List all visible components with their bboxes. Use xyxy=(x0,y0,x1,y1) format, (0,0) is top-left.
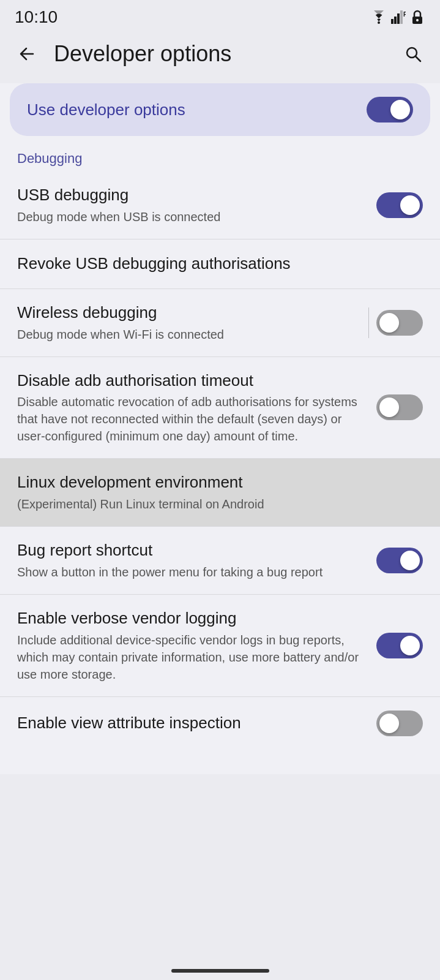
disable-adb-timeout-item[interactable]: Disable adb authorisation timeout Disabl… xyxy=(0,357,440,459)
security-icon xyxy=(409,9,425,25)
status-icons: R xyxy=(370,9,425,25)
view-attribute-inspection-title: Enable view attribute inspection xyxy=(17,713,364,734)
verbose-vendor-toggle-knob xyxy=(400,636,420,655)
page-title: Developer options xyxy=(54,41,398,67)
back-button[interactable] xyxy=(12,39,42,69)
wireless-debug-toggle-area xyxy=(368,307,423,338)
dev-options-label: Use developer options xyxy=(27,100,185,119)
usb-debugging-subtitle: Debug mode when USB is connected xyxy=(17,208,364,225)
revoke-usb-title: Revoke USB debugging authorisations xyxy=(17,254,411,274)
revoke-usb-item[interactable]: Revoke USB debugging authorisations xyxy=(0,239,440,288)
bug-report-shortcut-text: Bug report shortcut Show a button in the… xyxy=(17,540,364,581)
linux-dev-env-item[interactable]: Linux development environment (Experimen… xyxy=(0,459,440,526)
usb-debugging-title: USB debugging xyxy=(17,185,364,206)
svg-rect-2 xyxy=(394,17,397,24)
search-icon xyxy=(403,44,423,64)
wireless-vertical-divider xyxy=(368,307,369,338)
verbose-vendor-logging-item[interactable]: Enable verbose vendor logging Include ad… xyxy=(0,595,440,696)
verbose-vendor-toggle[interactable] xyxy=(376,633,423,658)
wireless-debugging-text: Wireless debugging Debug mode when Wi-Fi… xyxy=(17,303,356,343)
disable-adb-timeout-text: Disable adb authorisation timeout Disabl… xyxy=(17,371,364,445)
status-bar: 10:10 R xyxy=(0,0,440,32)
view-attribute-inspection-text: Enable view attribute inspection xyxy=(17,713,364,734)
bug-report-shortcut-item[interactable]: Bug report shortcut Show a button in the… xyxy=(0,527,440,594)
verbose-vendor-logging-text: Enable verbose vendor logging Include ad… xyxy=(17,608,364,683)
dev-options-toggle-knob xyxy=(390,100,410,119)
linux-dev-env-subtitle: (Experimental) Run Linux terminal on And… xyxy=(17,496,411,513)
wireless-debugging-toggle[interactable] xyxy=(376,310,423,336)
status-time: 10:10 xyxy=(15,7,58,27)
search-button[interactable] xyxy=(398,39,428,69)
back-icon xyxy=(17,44,37,64)
bug-report-toggle[interactable] xyxy=(376,548,423,573)
verbose-vendor-logging-title: Enable verbose vendor logging xyxy=(17,608,364,629)
dev-options-toggle[interactable] xyxy=(367,97,413,123)
svg-line-9 xyxy=(416,56,420,61)
top-bar: Developer options xyxy=(0,32,440,78)
svg-point-7 xyxy=(416,19,419,21)
wireless-debugging-item[interactable]: Wireless debugging Debug mode when Wi-Fi… xyxy=(0,289,440,356)
dev-options-card[interactable]: Use developer options xyxy=(10,83,430,136)
content-area: Use developer options Debugging USB debu… xyxy=(0,83,440,774)
usb-debugging-toggle[interactable] xyxy=(376,192,423,218)
usb-debugging-text: USB debugging Debug mode when USB is con… xyxy=(17,185,364,225)
disable-adb-toggle[interactable] xyxy=(376,394,423,420)
verbose-vendor-logging-subtitle: Include additional device-specific vendo… xyxy=(17,631,364,683)
disable-adb-timeout-title: Disable adb authorisation timeout xyxy=(17,371,364,391)
usb-debugging-toggle-knob xyxy=(400,195,420,215)
svg-rect-1 xyxy=(391,19,393,24)
wireless-debugging-title: Wireless debugging xyxy=(17,303,356,323)
bug-report-shortcut-title: Bug report shortcut xyxy=(17,540,364,561)
view-attribute-inspection-item[interactable]: Enable view attribute inspection xyxy=(0,697,440,750)
debugging-section-header: Debugging xyxy=(0,146,440,172)
view-attribute-toggle-knob xyxy=(379,714,399,733)
disable-adb-toggle-knob xyxy=(379,398,399,417)
disable-adb-timeout-subtitle: Disable automatic revocation of adb auth… xyxy=(17,393,364,445)
revoke-usb-text: Revoke USB debugging authorisations xyxy=(17,254,411,274)
svg-text:R: R xyxy=(403,11,406,18)
linux-dev-env-title: Linux development environment xyxy=(17,472,411,493)
signal-icon: R xyxy=(391,10,406,24)
home-indicator xyxy=(171,969,269,973)
view-attribute-toggle[interactable] xyxy=(376,710,423,736)
bug-report-shortcut-subtitle: Show a button in the power menu for taki… xyxy=(17,564,364,581)
usb-debugging-item[interactable]: USB debugging Debug mode when USB is con… xyxy=(0,172,440,239)
svg-rect-4 xyxy=(400,10,403,24)
svg-rect-3 xyxy=(397,13,400,24)
linux-dev-env-text: Linux development environment (Experimen… xyxy=(17,472,411,513)
wireless-debugging-subtitle: Debug mode when Wi-Fi is connected xyxy=(17,326,356,343)
wifi-icon xyxy=(370,10,387,24)
wireless-debugging-toggle-knob xyxy=(379,313,399,333)
svg-point-0 xyxy=(378,21,380,24)
bug-report-toggle-knob xyxy=(400,551,420,570)
